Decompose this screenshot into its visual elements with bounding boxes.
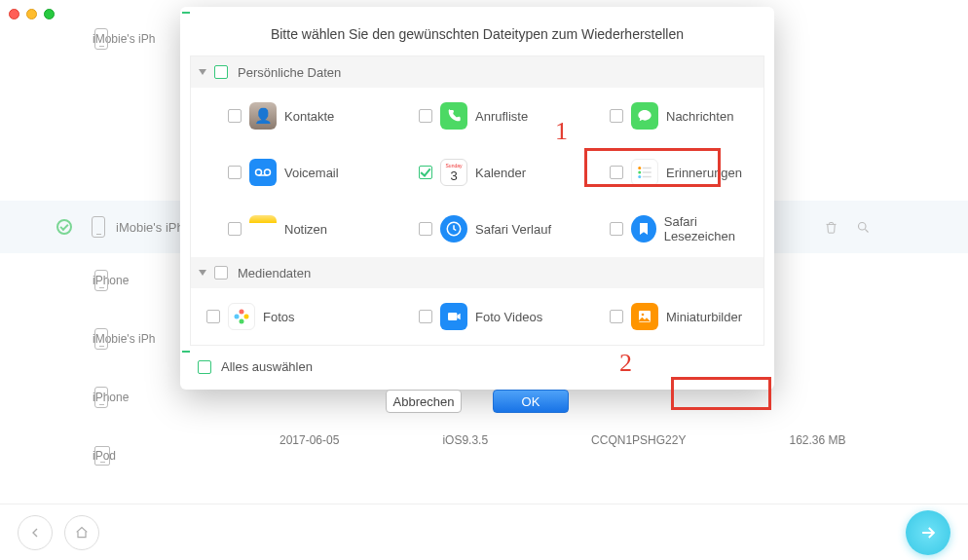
item-label: Fotos (263, 310, 295, 324)
checkbox[interactable] (228, 109, 242, 123)
dialog-title: Bitte wählen Sie den gewünschten Dateity… (180, 7, 774, 56)
group-personal: Persönliche Daten 👤Kontakte Anrufliste N… (190, 56, 764, 346)
phone-icon (440, 102, 467, 130)
item-notizen[interactable]: Notizen (191, 201, 382, 257)
highlight-box-2 (671, 377, 771, 410)
detail-size: 162.36 MB (789, 433, 845, 447)
selected-check-icon (56, 219, 72, 235)
detail-date: 2017-06-05 (279, 433, 339, 447)
notes-icon (249, 215, 277, 243)
group-label: Mediendaten (238, 266, 311, 280)
detail-ios: iOS9.3.5 (442, 433, 488, 447)
svg-point-1 (256, 169, 262, 175)
item-label: Notizen (284, 222, 327, 237)
item-thumbnails[interactable]: Miniaturbilder (573, 288, 763, 345)
item-label: Safari Lesezeichen (664, 214, 763, 243)
item-label: Kontakte (284, 109, 334, 124)
detail-serial: CCQN1PSHG22Y (591, 433, 686, 447)
item-kalender[interactable]: Sunday3Kalender (382, 144, 573, 201)
annotation-number-1: 1 (555, 117, 568, 146)
device-icon (94, 387, 108, 408)
item-nachrichten[interactable]: Nachrichten (573, 88, 763, 144)
item-safari-history[interactable]: Safari Verlauf (382, 201, 573, 257)
highlight-box-1 (584, 148, 721, 187)
next-button[interactable] (906, 510, 950, 555)
messages-icon (631, 102, 658, 130)
trash-icon[interactable] (824, 220, 838, 235)
device-icon (94, 328, 108, 350)
item-kontakte[interactable]: 👤Kontakte (191, 88, 382, 144)
svg-point-16 (642, 314, 645, 317)
ok-button[interactable]: OK (493, 390, 569, 413)
device-icon (94, 28, 108, 50)
checkbox[interactable] (419, 166, 432, 179)
svg-rect-14 (448, 313, 457, 320)
item-label: Voicemail (284, 166, 339, 180)
item-label: Nachrichten (666, 109, 733, 124)
item-label: Kalender (475, 166, 526, 180)
item-label: Foto Videos (475, 310, 542, 324)
svg-point-11 (244, 315, 249, 319)
checkbox[interactable] (228, 222, 242, 236)
checkbox[interactable] (610, 109, 623, 123)
checkbox[interactable] (610, 310, 623, 323)
device-icon (94, 270, 108, 291)
photo-videos-icon (440, 303, 467, 330)
sidebar-item-label: iMobie's iPh (116, 220, 184, 235)
svg-point-2 (265, 169, 271, 175)
device-icon (94, 446, 110, 466)
cancel-button[interactable]: Abbrechen (386, 390, 462, 413)
group-header-media[interactable]: Mediendaten (191, 257, 763, 288)
checkbox[interactable] (419, 222, 432, 236)
home-button[interactable] (64, 515, 99, 550)
checkbox[interactable] (228, 166, 242, 179)
select-all-label: Alles auswählen (221, 359, 313, 374)
checkbox[interactable] (206, 310, 220, 323)
svg-point-12 (240, 319, 244, 324)
item-label: Anrufliste (475, 109, 528, 124)
svg-point-13 (235, 315, 240, 319)
svg-point-10 (240, 310, 244, 315)
annotation-number-2: 2 (619, 349, 632, 378)
item-fotos[interactable]: Fotos (191, 288, 382, 345)
item-label: Safari Verlauf (475, 222, 551, 237)
group-label: Persönliche Daten (238, 65, 341, 80)
item-anrufliste[interactable]: Anrufliste (382, 88, 573, 144)
back-button[interactable] (18, 515, 53, 550)
svg-point-0 (859, 222, 867, 230)
group-checkbox[interactable] (214, 65, 228, 79)
search-icon[interactable] (856, 220, 871, 235)
item-foto-videos[interactable]: Foto Videos (382, 288, 573, 345)
contacts-icon: 👤 (249, 102, 277, 130)
select-all-checkbox[interactable] (198, 360, 211, 374)
chevron-down-icon (199, 69, 206, 75)
checkbox[interactable] (419, 109, 432, 123)
dialog-footer: Alles auswählen (180, 346, 774, 374)
calendar-icon: Sunday3 (440, 159, 467, 186)
group-header-personal[interactable]: Persönliche Daten (191, 56, 763, 88)
item-safari-bookmarks[interactable]: Safari Lesezeichen (573, 201, 763, 257)
checkbox[interactable] (610, 222, 623, 236)
photos-icon (228, 303, 255, 330)
device-details-row: 2017-06-05 iOS9.3.5 CCQN1PSHG22Y 162.36 … (279, 433, 846, 447)
chevron-down-icon (199, 270, 206, 276)
safari-bookmarks-icon (631, 215, 656, 243)
safari-history-icon (440, 215, 467, 243)
checkbox[interactable] (419, 310, 432, 323)
device-icon (92, 216, 105, 238)
bottom-nav-bar (0, 504, 968, 560)
item-label: Miniaturbilder (666, 310, 742, 324)
filetype-dialog: Bitte wählen Sie den gewünschten Dateity… (180, 7, 774, 390)
row-tools (824, 220, 871, 235)
item-voicemail[interactable]: Voicemail (191, 144, 382, 201)
voicemail-icon (249, 159, 277, 186)
group-checkbox[interactable] (214, 266, 228, 280)
thumbnails-icon (631, 303, 658, 330)
